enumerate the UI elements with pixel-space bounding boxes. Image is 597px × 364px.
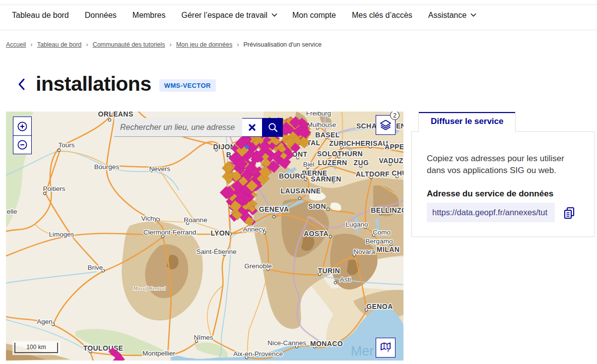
breadcrumb-separator: › <box>30 41 32 48</box>
breadcrumb-separator: › <box>86 41 88 48</box>
svg-text:MONACO: MONACO <box>310 340 343 348</box>
svg-text:Roanne: Roanne <box>184 216 207 224</box>
copy-address-button[interactable] <box>563 206 576 219</box>
tab-diffuser-le-service[interactable]: Diffuser le service <box>418 112 516 132</box>
search-button[interactable] <box>263 118 283 137</box>
svg-text:Grenoble: Grenoble <box>244 262 272 270</box>
svg-text:elle: elle <box>6 208 17 215</box>
clear-search-button[interactable] <box>242 118 263 137</box>
svg-text:ORLEANS: ORLEANS <box>98 112 133 118</box>
map-scale-bar: 100 km <box>12 341 60 355</box>
nav-label: Assistance <box>428 11 466 20</box>
svg-text:SOLOTHURN: SOLOTHURN <box>317 150 363 158</box>
svg-text:Asti: Asti <box>340 276 351 283</box>
svg-text:ZÜRICH: ZÜRICH <box>329 139 356 147</box>
svg-text:Freiburg: Freiburg <box>306 112 331 117</box>
svg-text:CHU: CHU <box>392 169 403 177</box>
minus-circle-icon <box>16 139 28 151</box>
nav-item-access-keys[interactable]: Mes clés d’accès <box>352 11 412 20</box>
svg-text:BASEL: BASEL <box>315 131 339 139</box>
map-canvas[interactable]: ORLEANSToursBourgesNeversDIJONBPoitierse… <box>6 112 403 361</box>
svg-text:BOURG: BOURG <box>279 172 306 180</box>
svg-text:Vichy: Vichy <box>141 215 158 222</box>
nav-label: Gérer l’espace de travail <box>182 11 267 20</box>
plus-circle-icon <box>16 121 28 132</box>
attribution-button[interactable]: ? <box>376 338 396 358</box>
page-title: installations <box>36 72 151 96</box>
svg-text:Clermont-Ferrand: Clermont-Ferrand <box>143 229 197 236</box>
svg-text:GENOA: GENOA <box>366 303 393 310</box>
svg-text:Saint-Étienne: Saint-Étienne <box>196 248 236 255</box>
breadcrumb: Accueil › Tableau de bord › Communauté d… <box>6 41 322 48</box>
service-address-input[interactable] <box>427 203 555 222</box>
svg-text:BELLINZON: BELLINZON <box>371 206 403 214</box>
page-header: installations WMS-VECTOR <box>15 72 216 96</box>
svg-text:Como: Como <box>373 229 391 236</box>
diffuse-panel-body: Copiez vos adresses pour les utiliser da… <box>411 131 595 237</box>
nav-label: Données <box>85 11 117 20</box>
nav-item-data[interactable]: Données <box>85 11 117 20</box>
chevron-down-icon <box>271 13 276 18</box>
svg-text:SARNEN: SARNEN <box>311 175 341 183</box>
svg-text:AOSTA: AOSTA <box>304 230 329 238</box>
svg-text:TURIN: TURIN <box>318 267 340 275</box>
chevron-left-icon <box>17 78 26 91</box>
svg-text:Nîmes: Nîmes <box>194 334 213 341</box>
breadcrumb-link-community[interactable]: Communauté des tutoriels <box>93 41 165 48</box>
nav-item-manage-workspace[interactable]: Gérer l’espace de travail <box>182 11 276 20</box>
breadcrumb-link-dashboard[interactable]: Tableau de bord <box>37 41 82 48</box>
service-panel: Diffuser le service Copiez vos adresses … <box>411 112 595 361</box>
svg-text:LUZERN: LUZERN <box>318 159 347 167</box>
svg-text:Bergamo: Bergamo <box>366 238 393 245</box>
svg-text:GENEVA: GENEVA <box>259 205 289 213</box>
svg-text:Lugano: Lugano <box>345 221 368 228</box>
chevron-down-icon <box>470 13 475 18</box>
svg-text:ZUG: ZUG <box>354 159 369 167</box>
svg-text:Massif Central: Massif Central <box>133 285 166 291</box>
svg-text:LAUSANNE: LAUSANNE <box>281 187 321 195</box>
svg-text:Biel: Biel <box>303 161 315 168</box>
zoom-in-button[interactable] <box>13 117 31 135</box>
svg-text:Limoges: Limoges <box>49 231 74 238</box>
svg-text:Nice-Cannes: Nice-Cannes <box>267 339 306 347</box>
map-search-bar <box>114 118 283 137</box>
nav-divider <box>0 30 597 30</box>
svg-text:Aix-en-Provence: Aix-en-Provence <box>233 350 283 358</box>
svg-text:Annecy: Annecy <box>243 226 265 233</box>
svg-text:?: ? <box>387 348 390 353</box>
breadcrumb-separator: › <box>237 41 239 48</box>
nav-item-dashboard[interactable]: Tableau de bord <box>12 11 69 20</box>
svg-text:SION: SION <box>308 202 326 210</box>
zoom-out-button[interactable] <box>13 135 31 154</box>
search-icon <box>267 122 278 133</box>
nav-label: Membres <box>133 11 166 20</box>
service-type-badge: WMS-VECTOR <box>159 79 216 92</box>
nav-item-account[interactable]: Mon compte <box>292 11 336 20</box>
svg-text:ALTDORF: ALTDORF <box>356 170 390 178</box>
map-zoom-control <box>13 117 32 154</box>
panel-intro-text: Copiez vos adresses pour les utiliser da… <box>427 153 579 177</box>
svg-text:Tours: Tours <box>58 141 74 149</box>
svg-text:Mulhouse: Mulhouse <box>307 121 336 128</box>
breadcrumb-link-home[interactable]: Accueil <box>6 41 26 48</box>
map-question-icon: ? <box>380 342 392 354</box>
nav-label: Tableau de bord <box>12 11 69 20</box>
svg-text:Bourges: Bourges <box>94 163 120 171</box>
breadcrumb-link-dataset[interactable]: Mon jeu de données <box>176 41 232 48</box>
svg-text:Brive: Brive <box>88 264 103 271</box>
back-button[interactable] <box>15 77 28 92</box>
svg-text:APPEN: APPEN <box>385 143 403 151</box>
basemap: ORLEANSToursBourgesNeversDIJONBPoitierse… <box>6 112 403 361</box>
layers-icon <box>379 119 392 131</box>
service-address-label: Adresse du service de données <box>427 189 579 199</box>
svg-text:LYON: LYON <box>210 229 230 237</box>
nav-item-assistance[interactable]: Assistance <box>428 11 475 20</box>
svg-text:VADUZ: VADUZ <box>379 157 403 165</box>
nav-item-members[interactable]: Membres <box>133 11 166 20</box>
svg-text:Novara: Novara <box>353 248 375 255</box>
search-input[interactable] <box>114 118 242 137</box>
nav-label: Mon compte <box>292 11 336 20</box>
close-icon <box>248 123 257 132</box>
service-address-row <box>427 203 579 222</box>
svg-text:Nevers: Nevers <box>149 165 171 173</box>
